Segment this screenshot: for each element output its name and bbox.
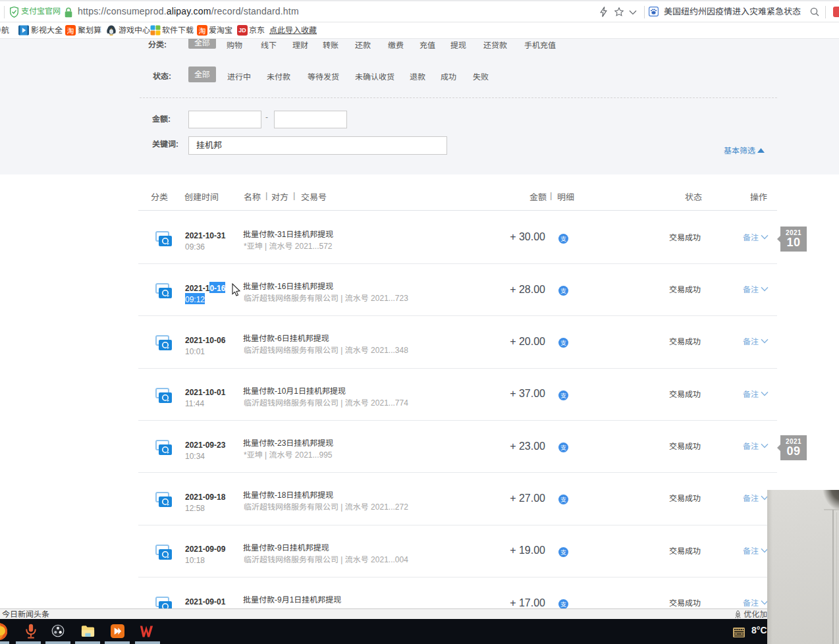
svg-text:支: 支 [560,495,566,504]
svg-text:支: 支 [560,286,566,295]
svg-text:支: 支 [560,338,566,347]
svg-text:支: 支 [560,548,566,556]
svg-text:支: 支 [560,234,566,243]
svg-text:支: 支 [560,391,566,400]
svg-text:支: 支 [560,443,566,452]
svg-text:支: 支 [560,600,566,608]
